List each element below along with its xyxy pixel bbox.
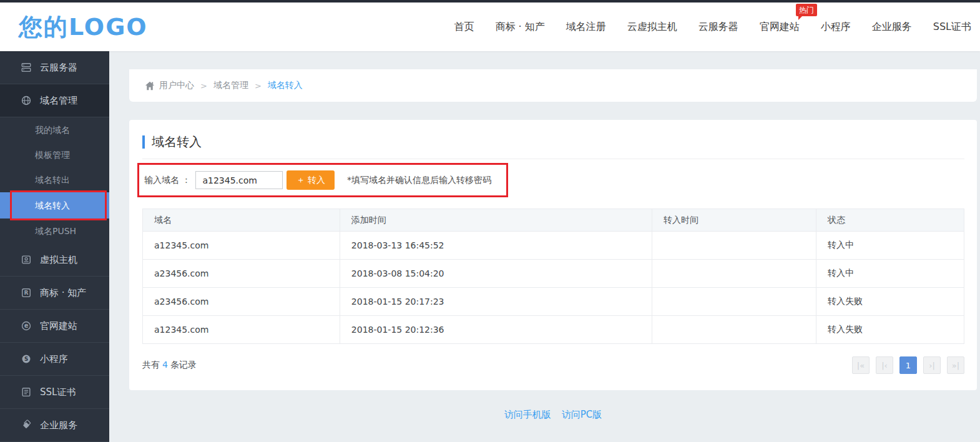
sidebar-item-trademark[interactable]: R 商标 · 知产 bbox=[0, 277, 109, 310]
sidebar-item-cloud-server[interactable]: 云服务器 bbox=[0, 51, 109, 84]
content-area: 用户中心 > 域名管理 > 域名转入 域名转入 输入域名 ： ＋ 转入 *填写域… bbox=[109, 51, 980, 442]
column-header-domain: 域名 bbox=[143, 209, 340, 232]
globe-icon bbox=[21, 95, 32, 106]
sidebar-item-template-management[interactable]: 模板管理 bbox=[0, 142, 109, 167]
ssl-certificate-icon bbox=[21, 386, 32, 398]
website-icon: e bbox=[21, 320, 32, 332]
page-title: 域名转入 bbox=[142, 134, 964, 150]
breadcrumb-current-page[interactable]: 域名转入 bbox=[268, 80, 303, 91]
table-header-row: 域名 添加时间 转入时间 状态 bbox=[143, 209, 964, 232]
status-badge: 转入中 bbox=[816, 260, 964, 288]
sidebar-item-label: 域名转入 bbox=[35, 200, 70, 210]
status-badge: 转入中 bbox=[816, 232, 964, 260]
cell-domain: a23456.com bbox=[143, 260, 340, 288]
sidebar-item-my-domains[interactable]: 我的域名 bbox=[0, 117, 109, 142]
svg-text:R: R bbox=[24, 290, 29, 296]
pc-version-link[interactable]: 访问PC版 bbox=[562, 409, 602, 420]
cell-added-time: 2018-03-13 16:45:52 bbox=[340, 232, 652, 260]
summary-prefix: 共有 bbox=[142, 360, 160, 370]
record-count-summary: 共有4条记录 bbox=[142, 360, 197, 371]
breadcrumb-user-center[interactable]: 用户中心 bbox=[159, 80, 194, 91]
cell-transfer-time bbox=[652, 260, 816, 288]
title-accent-bar bbox=[142, 135, 145, 149]
pagination-prev-button[interactable]: |‹ bbox=[876, 356, 893, 374]
status-badge: 转入失败 bbox=[816, 288, 964, 316]
cell-domain: a23456.com bbox=[143, 288, 340, 316]
home-icon bbox=[145, 81, 155, 91]
cell-added-time: 2018-01-15 20:12:36 bbox=[340, 316, 652, 344]
host-icon bbox=[21, 254, 32, 265]
breadcrumb-separator: > bbox=[255, 81, 262, 91]
transfer-records-table: 域名 添加时间 转入时间 状态 a12345.com 2018-03-13 16… bbox=[142, 209, 964, 344]
trademark-icon: R bbox=[21, 287, 32, 298]
domain-input-label: 输入域名 ： bbox=[144, 175, 190, 186]
nav-cloud-vhost[interactable]: 云虚拟主机 bbox=[627, 21, 677, 34]
sidebar-item-domain-management[interactable]: 域名管理 bbox=[0, 84, 109, 117]
sidebar-item-label: 域名管理 bbox=[40, 95, 77, 107]
sidebar-item-virtual-host[interactable]: 虚拟主机 bbox=[0, 243, 109, 277]
summary-suffix: 条记录 bbox=[170, 360, 197, 370]
sidebar-item-domain-push[interactable]: 域名PUSH bbox=[0, 219, 109, 243]
cell-transfer-time bbox=[652, 288, 816, 316]
logo: 您的LOGO bbox=[19, 11, 148, 43]
status-badge: 转入失败 bbox=[816, 316, 964, 344]
sidebar-item-ssl[interactable]: SSL证书 bbox=[0, 376, 109, 409]
top-nav: 首页 商标 · 知产 域名注册 云虚拟主机 云服务器 官网建站 热门 小程序 企… bbox=[454, 21, 980, 34]
sidebar-item-website-builder[interactable]: e 官网建站 bbox=[0, 310, 109, 343]
pagination-page-1-button[interactable]: 1 bbox=[899, 356, 917, 374]
nav-cloud-server[interactable]: 云服务器 bbox=[698, 21, 738, 34]
domain-transfer-card: 域名转入 输入域名 ： ＋ 转入 *填写域名并确认信息后输入转移密码 域名 添加… bbox=[129, 120, 977, 390]
table-row: a12345.com 2018-01-15 20:12:36 转入失败 bbox=[143, 316, 964, 344]
nav-home[interactable]: 首页 bbox=[454, 21, 474, 34]
pagination: |« |‹ 1 ›| »| bbox=[852, 356, 964, 374]
breadcrumb-domain-management[interactable]: 域名管理 bbox=[213, 80, 248, 91]
cell-domain: a12345.com bbox=[143, 316, 340, 344]
column-header-added-time: 添加时间 bbox=[340, 209, 652, 232]
nav-website-builder[interactable]: 官网建站 热门 bbox=[760, 21, 800, 34]
header: 您的LOGO 首页 商标 · 知产 域名注册 云虚拟主机 云服务器 官网建站 热… bbox=[0, 2, 980, 51]
sidebar-item-miniprogram[interactable]: S 小程序 bbox=[0, 343, 109, 376]
domain-input[interactable] bbox=[195, 171, 283, 189]
transfer-form-annotation-box: 输入域名 ： ＋ 转入 *填写域名并确认信息后输入转移密码 bbox=[137, 163, 508, 197]
sidebar-item-label: SSL证书 bbox=[40, 386, 76, 398]
page-footer: 访问手机版 访问PC版 bbox=[129, 409, 977, 421]
nav-website-builder-label: 官网建站 bbox=[760, 21, 800, 32]
cell-added-time: 2018-01-15 20:17:23 bbox=[340, 288, 652, 316]
miniprogram-icon: S bbox=[21, 353, 32, 365]
nav-ssl[interactable]: SSL证书 bbox=[933, 21, 971, 34]
sidebar-item-label: 商标 · 知产 bbox=[40, 287, 86, 299]
svg-text:e: e bbox=[24, 322, 29, 329]
cell-added-time: 2018-03-08 15:04:20 bbox=[340, 260, 652, 288]
sidebar-item-domain-transfer-out[interactable]: 域名转出 bbox=[0, 167, 109, 192]
hot-badge: 热门 bbox=[796, 4, 817, 16]
pagination-first-button[interactable]: |« bbox=[852, 356, 870, 374]
nav-domain-register[interactable]: 域名注册 bbox=[566, 21, 606, 34]
column-header-status: 状态 bbox=[816, 209, 964, 232]
cell-transfer-time bbox=[652, 232, 816, 260]
sidebar-item-label: 官网建站 bbox=[40, 320, 77, 332]
nav-trademark[interactable]: 商标 · 知产 bbox=[496, 21, 545, 34]
table-row: a23456.com 2018-01-15 20:17:23 转入失败 bbox=[143, 288, 964, 316]
nav-enterprise[interactable]: 企业服务 bbox=[872, 21, 912, 34]
table-row: a12345.com 2018-03-13 16:45:52 转入中 bbox=[143, 232, 964, 260]
nav-miniprogram[interactable]: 小程序 bbox=[821, 21, 851, 34]
server-icon bbox=[21, 62, 32, 73]
sidebar-item-label: 小程序 bbox=[40, 353, 68, 365]
tags-icon bbox=[21, 420, 32, 431]
cell-domain: a12345.com bbox=[143, 232, 340, 260]
transfer-in-button[interactable]: ＋ 转入 bbox=[287, 170, 334, 190]
column-header-transfer-time: 转入时间 bbox=[652, 209, 816, 232]
cell-transfer-time bbox=[652, 316, 816, 344]
sidebar-item-label: 企业服务 bbox=[40, 420, 77, 431]
sidebar-item-domain-transfer-in[interactable]: 域名转入 bbox=[0, 192, 109, 219]
domain-submenu: 我的域名 模板管理 域名转出 域名转入 域名PUSH bbox=[0, 117, 109, 243]
sidebar-item-label: 云服务器 bbox=[40, 62, 77, 74]
title-divider bbox=[142, 159, 964, 159]
pagination-next-button[interactable]: ›| bbox=[923, 356, 941, 374]
mobile-version-link[interactable]: 访问手机版 bbox=[504, 409, 551, 420]
sidebar: 云服务器 域名管理 我的域名 模板管理 域名转出 域名转入 域名PUSH 虚拟主… bbox=[0, 51, 109, 442]
pagination-last-button[interactable]: »| bbox=[947, 356, 964, 374]
sidebar-item-label: 虚拟主机 bbox=[40, 254, 77, 266]
sidebar-item-enterprise[interactable]: 企业服务 bbox=[0, 409, 109, 442]
table-row: a23456.com 2018-03-08 15:04:20 转入中 bbox=[143, 260, 964, 288]
